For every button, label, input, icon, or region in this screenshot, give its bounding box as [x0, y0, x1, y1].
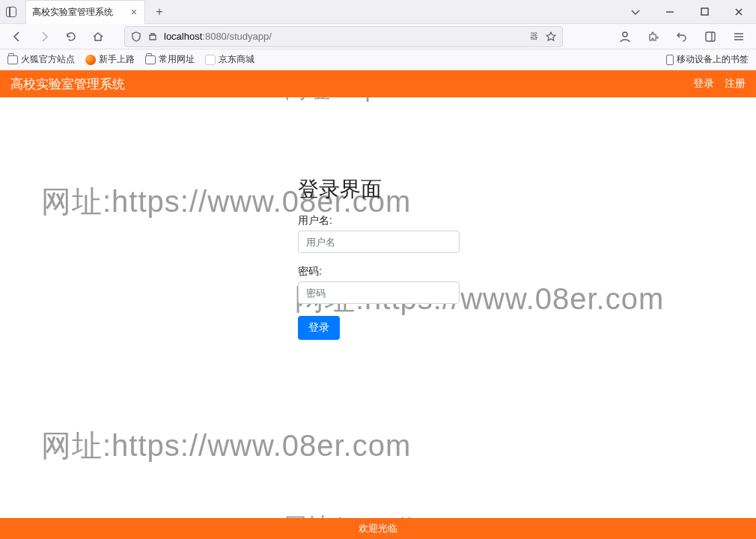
login-submit-button[interactable]: 登录	[298, 316, 340, 340]
bookmark-item[interactable]: 京东商城	[205, 53, 254, 66]
svg-rect-0	[701, 8, 708, 15]
jd-icon	[205, 55, 216, 65]
watermark-text: 网址:https://www.08er.com	[41, 425, 411, 466]
firefox-icon	[85, 55, 96, 65]
bookmark-label: 常用网址	[159, 53, 195, 66]
address-bar[interactable]: localhost:8080/studyapp/ 器	[124, 26, 563, 47]
browser-nav-bar: localhost:8080/studyapp/ 器	[0, 24, 756, 49]
maximize-button[interactable]	[687, 0, 722, 23]
recent-tabs-icon	[6, 7, 16, 17]
chevron-down-icon	[630, 7, 641, 17]
recent-tabs-button[interactable]	[0, 0, 22, 23]
password-input[interactable]	[298, 281, 460, 304]
reload-button[interactable]	[61, 27, 81, 46]
bookmark-label: 京东商城	[219, 53, 254, 66]
folder-icon	[7, 55, 18, 64]
shield-icon	[131, 31, 141, 42]
browser-tab-bar: 高校实验室管理系统 × +	[0, 0, 756, 24]
footer-text: 欢迎光临	[359, 522, 397, 535]
hamburger-icon	[733, 31, 745, 43]
site-nav: 登录 注册	[693, 77, 746, 91]
home-button[interactable]	[88, 27, 108, 46]
bookmark-label: 移动设备上的书签	[677, 53, 749, 66]
close-icon	[734, 7, 743, 16]
nav-register-link[interactable]: 注册	[725, 77, 746, 91]
username-input[interactable]	[298, 231, 460, 253]
account-icon	[619, 31, 631, 43]
bookmark-label: 新手上路	[99, 53, 135, 66]
extensions-button[interactable]	[644, 27, 663, 46]
svg-rect-2	[706, 32, 715, 41]
sidebar-icon	[704, 31, 716, 43]
page-viewport: 高校实验室管理系统 登录 注册 网址:https://www.08er.com …	[0, 70, 756, 539]
url-text: localhost:8080/studyapp/	[164, 31, 272, 42]
home-icon	[92, 31, 104, 43]
overflow-button[interactable]	[618, 0, 653, 23]
reader-mode-badge[interactable]: 器	[530, 31, 538, 42]
password-label: 密码:	[298, 265, 478, 278]
bookmark-star-icon[interactable]	[546, 31, 556, 42]
bookmark-item[interactable]: 新手上路	[85, 53, 135, 66]
reload-icon	[65, 31, 77, 43]
arrow-left-icon	[10, 30, 24, 43]
close-tab-icon[interactable]: ×	[129, 6, 138, 18]
account-button[interactable]	[615, 27, 635, 46]
minimize-button[interactable]	[653, 0, 687, 23]
info-icon	[147, 31, 158, 42]
site-title: 高校实验室管理系统	[10, 76, 125, 93]
mobile-bookmarks[interactable]: 移动设备上的书签	[666, 53, 749, 66]
mobile-icon	[666, 55, 674, 65]
bookmark-item[interactable]: 火狐官方站点	[7, 53, 75, 66]
new-tab-button[interactable]: +	[150, 2, 169, 22]
bookmark-label: 火狐官方站点	[21, 53, 75, 66]
sidebar-button[interactable]	[701, 27, 720, 46]
username-label: 用户名:	[298, 214, 478, 228]
bookmark-item[interactable]: 常用网址	[145, 53, 195, 66]
maximize-icon	[701, 7, 709, 16]
svg-point-1	[623, 32, 627, 37]
login-form: 登录界面 用户名: 密码: 登录	[298, 175, 478, 340]
close-window-button[interactable]	[722, 0, 756, 23]
menu-button[interactable]	[729, 27, 749, 46]
browser-tab[interactable]: 高校实验室管理系统 ×	[25, 0, 145, 24]
forward-button[interactable]	[34, 27, 54, 46]
folder-icon	[145, 55, 156, 64]
undo-icon	[676, 31, 688, 43]
window-controls	[618, 0, 756, 23]
minimize-icon	[665, 7, 674, 16]
arrow-right-icon	[37, 30, 51, 43]
undo-button[interactable]	[672, 27, 692, 46]
site-header: 高校实验室管理系统 登录 注册	[0, 70, 756, 97]
nav-login-link[interactable]: 登录	[693, 77, 714, 91]
toolbar-right	[615, 27, 749, 46]
puzzle-icon	[647, 31, 659, 43]
bookmark-bar: 火狐官方站点 新手上路 常用网址 京东商城 移动设备上的书签	[0, 49, 756, 70]
site-footer: 欢迎光临	[0, 518, 756, 539]
back-button[interactable]	[7, 27, 27, 46]
tab-title: 高校实验室管理系统	[32, 6, 129, 19]
login-heading: 登录界面	[298, 175, 478, 204]
